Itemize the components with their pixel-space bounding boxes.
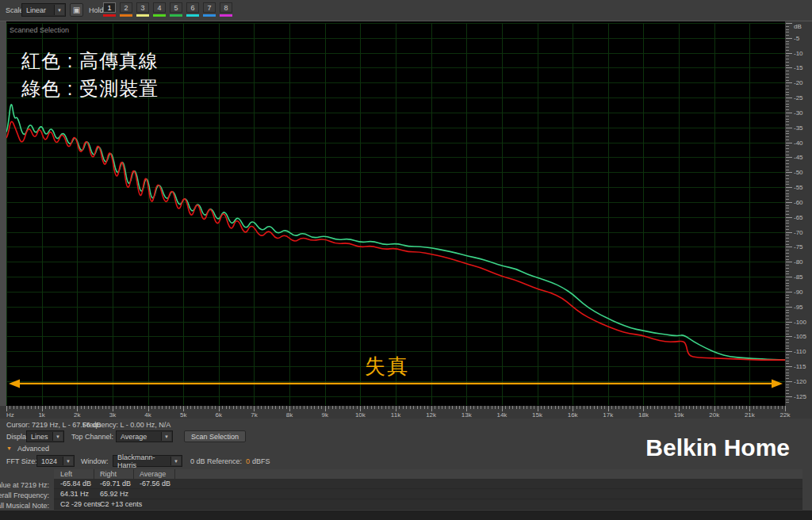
window-dropdown-value: Blackmann-Harris <box>117 453 169 469</box>
chevron-down-icon: ▼ <box>52 432 63 441</box>
table-row: 64.31 Hz 65.92 Hz <box>54 489 802 499</box>
db-tick-label: -95 <box>794 304 803 311</box>
table-cell: 64.31 Hz <box>60 490 89 498</box>
hold-button-7[interactable]: 7 <box>203 2 216 18</box>
db-tick-label: -90 <box>794 289 803 296</box>
hold-button-number: 3 <box>136 2 149 13</box>
table-area: Left Right Average -65.84 dB -69.71 dB -… <box>54 469 802 510</box>
analysis-table: Value at 7219 Hz: Overall Frequency: Ove… <box>0 469 812 510</box>
column-header-left: Left <box>60 470 72 478</box>
db-tick-label: -50 <box>794 169 803 176</box>
hold-button-1[interactable]: 1 <box>103 2 116 18</box>
spectrum-plot-region: Scanned Selection 紅色 : 高傳真線 綠色 : 受測裝置 失真… <box>0 21 812 419</box>
freq-tick-label: 10k <box>355 411 366 419</box>
db-tick-label: -55 <box>794 184 803 191</box>
freq-tick-label: 2k <box>74 411 80 419</box>
distortion-range-arrow <box>9 379 783 388</box>
top-channel-dropdown[interactable]: Average ▼ <box>116 430 173 442</box>
db-tick-label: -100 <box>794 319 806 326</box>
db-tick-label: -120 <box>794 378 806 385</box>
table-row: C2 -29 cents C2 +13 cents <box>54 499 802 510</box>
db-tick-label: -70 <box>794 229 803 236</box>
db-tick-label: -60 <box>794 199 803 206</box>
hold-color-swatch <box>153 14 166 17</box>
fft-size-dropdown[interactable]: 1024 ▼ <box>36 455 75 467</box>
window-dropdown[interactable]: Blackmann-Harris ▼ <box>113 455 182 467</box>
display-dropdown-value: Lines <box>31 433 48 441</box>
hold-button-8[interactable]: 8 <box>220 2 232 18</box>
hold-button-number: 7 <box>203 2 216 13</box>
scale-dropdown[interactable]: Linear ▼ <box>21 3 66 17</box>
freq-tick-label: 6k <box>216 411 222 419</box>
db-tick-label: -85 <box>794 273 803 281</box>
overlapping-squares-icon: ▣ <box>73 6 80 14</box>
frequency-analysis-window: Scale: Linear ▼ ▣ Hold: 12345678 Scanned… <box>0 0 812 520</box>
arrowhead-icon <box>9 379 20 388</box>
freq-tick-label: 12k <box>426 411 436 419</box>
reference-unit: dBFS <box>252 457 270 465</box>
freq-tick-label: 4k <box>144 411 151 419</box>
reference-label: 0 dB Reference: <box>190 457 242 465</box>
freq-tick-label: 20k <box>709 411 719 419</box>
table-header-row: Left Right Average <box>54 469 802 479</box>
top-channel-dropdown-value: Average <box>121 433 147 441</box>
freq-tick-label: 16k <box>568 411 578 419</box>
legend-line-red: 紅色 : 高傳真線 <box>21 47 159 75</box>
db-tick-label: -10 <box>794 50 803 57</box>
copy-display-button[interactable]: ▣ <box>70 3 83 17</box>
db-tick-label: -125 <box>794 393 806 400</box>
hold-button-6[interactable]: 6 <box>186 2 199 18</box>
freq-tick-label: 7k <box>251 411 257 419</box>
hold-color-swatch <box>220 14 232 17</box>
hold-color-swatch <box>203 14 216 17</box>
freq-tick-label: 5k <box>180 411 186 419</box>
top-channel-label: Top Channel: <box>71 433 113 441</box>
reference-value[interactable]: 0 <box>246 457 250 465</box>
distortion-annotation: 失真 <box>365 353 409 380</box>
row-label-value: Value at 7219 Hz: <box>0 481 49 489</box>
hold-button-2[interactable]: 2 <box>120 2 132 18</box>
table-cell: C2 +13 cents <box>100 500 142 508</box>
freq-tick-label: 1k <box>38 411 44 419</box>
spectrum-plot-canvas[interactable]: Scanned Selection 紅色 : 高傳真線 綠色 : 受測裝置 失真 <box>6 23 785 405</box>
freq-tick-label: 19k <box>674 411 684 419</box>
display-dropdown[interactable]: Lines ▼ <box>26 430 64 442</box>
db-tick-label: -35 <box>794 124 803 132</box>
db-tick-label: -110 <box>794 348 806 355</box>
hold-button-3[interactable]: 3 <box>136 2 149 18</box>
row-label-overall-musical-note: Overall Musical Note: <box>0 502 49 510</box>
freq-tick-label: 17k <box>603 411 613 419</box>
panel-edge <box>0 21 6 406</box>
freq-tick-label: 22k <box>780 411 791 419</box>
db-ruler: dB-5-10-15-20-25-30-35-40-45-50-55-60-65… <box>785 21 812 406</box>
hold-button-number: 4 <box>153 2 166 13</box>
db-tick-label: -45 <box>794 154 803 161</box>
hold-button-5[interactable]: 5 <box>170 2 182 18</box>
scan-selection-button[interactable]: Scan Selection <box>184 430 246 442</box>
chevron-down-icon: ▼ <box>54 5 64 15</box>
db-tick-label: -20 <box>794 79 803 86</box>
db-tick-label: -5 <box>794 35 799 42</box>
table-cell: -67.56 dB <box>140 480 170 488</box>
chevron-down-icon: ▼ <box>170 457 181 465</box>
column-header-average: Average <box>140 470 166 478</box>
chevron-down-icon: ▼ <box>161 432 171 441</box>
frequency-readout: Frequency: L - 0.00 Hz, N/A <box>82 421 170 429</box>
db-tick-label: -15 <box>794 64 803 71</box>
window-bottom-edge <box>0 510 812 520</box>
hold-button-number: 5 <box>170 2 182 13</box>
freq-tick-label: 8k <box>286 411 293 419</box>
freq-tick-label: 14k <box>496 411 507 419</box>
hold-button-4[interactable]: 4 <box>153 2 166 18</box>
freq-tick-label: 11k <box>391 411 400 419</box>
curve-green <box>6 105 785 360</box>
toolbar: Scale: Linear ▼ ▣ Hold: 12345678 <box>0 0 812 21</box>
fft-size-label: FFT Size: <box>6 457 37 465</box>
arrowhead-icon <box>772 379 783 388</box>
db-tick-label: -105 <box>794 333 806 340</box>
table-cell: C2 -29 cents <box>60 500 101 508</box>
hold-button-number: 2 <box>120 2 132 13</box>
disclosure-triangle-icon: ▼ <box>6 445 12 451</box>
advanced-label: Advanced <box>17 445 49 453</box>
table-cell: -69.71 dB <box>100 480 131 488</box>
